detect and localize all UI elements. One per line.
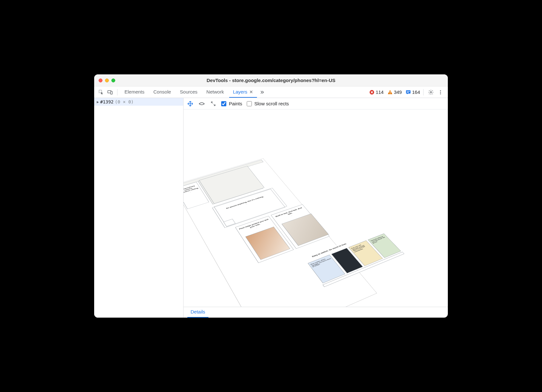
- svg-rect-8: [407, 92, 409, 93]
- svg-rect-7: [407, 91, 410, 92]
- settings-icon[interactable]: [427, 88, 435, 96]
- zoom-window-button[interactable]: [111, 79, 115, 82]
- paints-checkbox-input[interactable]: [221, 101, 226, 106]
- layers-3d-viewport[interactable]: Extraordinary camera. Effortless editing…: [184, 109, 448, 307]
- tab-console[interactable]: Console: [150, 87, 175, 98]
- close-tab-icon[interactable]: ✕: [249, 89, 253, 94]
- svg-point-10: [440, 90, 441, 91]
- layers-tree[interactable]: ▶ #1392 (0 × 0): [94, 98, 184, 318]
- layers-3d-scene: Extraordinary camera. Effortless editing…: [196, 109, 420, 307]
- layers-main: Paints Slow scroll rects Extraordina: [184, 98, 448, 318]
- reset-view-icon[interactable]: [210, 100, 217, 107]
- svg-point-9: [430, 91, 432, 93]
- error-count[interactable]: 114: [369, 89, 384, 95]
- tab-sources[interactable]: Sources: [176, 87, 201, 98]
- tab-layers[interactable]: Layers ✕: [229, 87, 257, 98]
- status-group: 114 349 164: [369, 89, 420, 95]
- devtools-window: DevTools - store.google.com/category/pho…: [94, 74, 448, 318]
- card-yellow-text: Pixel works with AirPods® and most Wear …: [351, 242, 370, 253]
- content-area: ▶ #1392 (0 × 0): [94, 98, 448, 318]
- close-window-button[interactable]: [99, 79, 102, 82]
- slow-scroll-checkbox-input[interactable]: [247, 101, 252, 106]
- svg-point-11: [440, 92, 441, 93]
- warning-count[interactable]: 349: [388, 89, 402, 95]
- layer-dims: (0 × 0): [115, 99, 134, 104]
- details-tab[interactable]: Details: [187, 306, 208, 318]
- warning-icon: [388, 90, 393, 95]
- inspect-element-icon[interactable]: [97, 88, 105, 96]
- disclosure-triangle-icon[interactable]: ▶: [97, 100, 99, 104]
- window-title: DevTools - store.google.com/category/pho…: [207, 78, 335, 83]
- slow-scroll-checkbox[interactable]: Slow scroll rects: [247, 101, 289, 106]
- message-count[interactable]: 164: [406, 89, 420, 95]
- minimize-window-button[interactable]: [105, 79, 109, 82]
- tab-elements[interactable]: Elements: [121, 87, 148, 98]
- card-green-text: Need help setting up your Pixel device? …: [370, 235, 387, 244]
- tab-network[interactable]: Network: [203, 87, 228, 98]
- more-options-icon[interactable]: [436, 88, 445, 96]
- more-tabs-icon[interactable]: [258, 88, 266, 96]
- message-icon: [406, 90, 411, 95]
- titlebar: DevTools - store.google.com/category/pho…: [94, 74, 448, 87]
- svg-rect-4: [390, 91, 390, 93]
- paints-checkbox[interactable]: Paints: [221, 101, 242, 106]
- layer-tree-root[interactable]: ▶ #1392 (0 × 0): [94, 98, 183, 106]
- rotate-tool-icon[interactable]: [198, 100, 205, 107]
- svg-rect-5: [390, 93, 390, 94]
- svg-rect-6: [406, 90, 410, 94]
- devtools-toolbar: Elements Console Sources Network Layers …: [94, 87, 448, 98]
- toolbar-separator: [117, 89, 117, 95]
- layer-id: #1392: [100, 99, 114, 104]
- svg-point-12: [440, 93, 441, 94]
- error-icon: [369, 90, 374, 95]
- traffic-lights: [99, 79, 115, 82]
- details-tabbar: Details: [184, 307, 448, 318]
- svg-rect-2: [111, 91, 112, 94]
- pan-tool-icon[interactable]: [187, 100, 194, 107]
- layers-toolbar: Paints Slow scroll rects: [184, 98, 448, 109]
- toolbar-separator: [423, 89, 424, 95]
- device-toolbar-icon[interactable]: [106, 88, 114, 96]
- svg-point-13: [199, 102, 204, 105]
